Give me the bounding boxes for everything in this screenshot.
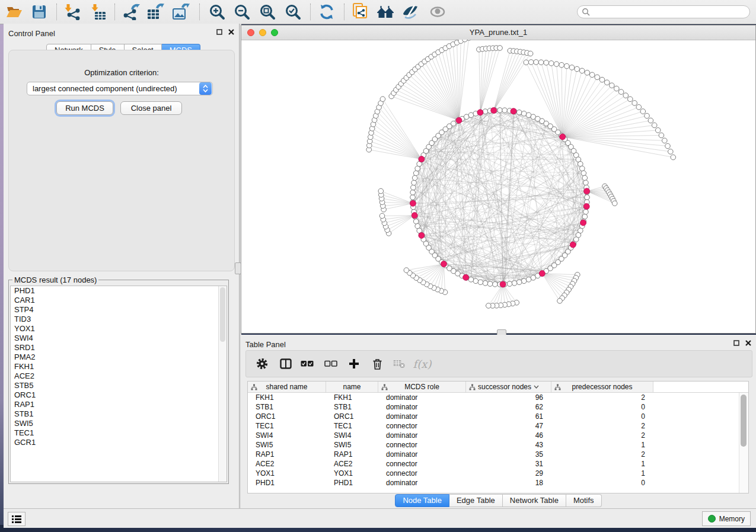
table-cell: PHD1 [248, 479, 326, 487]
table-cell: dominator [378, 431, 466, 440]
float-window-icon[interactable] [216, 29, 222, 35]
show-all-icon[interactable] [428, 2, 447, 21]
task-history-button[interactable] [8, 512, 25, 526]
mcds-result-item[interactable]: STP4 [11, 305, 227, 315]
hide-selected-icon[interactable] [401, 2, 420, 21]
delete-column-icon[interactable] [368, 355, 386, 372]
table-cell: YOX1 [326, 469, 378, 477]
close-panel-icon[interactable] [228, 29, 234, 35]
share-document-icon[interactable] [350, 2, 369, 21]
network-view-titlebar[interactable]: YPA_prune.txt_1 [241, 25, 755, 40]
control-panel-title: Control Panel [8, 29, 55, 38]
mcds-result-item[interactable]: ORC1 [11, 390, 227, 400]
table-cell: 35 [466, 450, 551, 459]
table-row[interactable]: RAP1RAP1dominator352 [248, 450, 748, 459]
column-header-shared-name[interactable]: shared name [248, 382, 326, 392]
mcds-result-item[interactable]: YOX1 [11, 324, 227, 334]
close-panel-button[interactable]: Close panel [120, 101, 182, 115]
table-cell: FKH1 [248, 393, 326, 402]
mcds-result-item[interactable]: SRD1 [11, 343, 227, 352]
table-cell: RAP1 [326, 450, 378, 459]
refresh-layout-icon[interactable] [317, 2, 336, 21]
column-view-icon[interactable] [277, 355, 295, 372]
toolbar-separator [114, 4, 115, 20]
column-header-name[interactable]: name [326, 382, 378, 392]
memory-button[interactable]: Memory [702, 511, 751, 526]
add-column-icon[interactable] [345, 355, 363, 372]
mcds-result-item[interactable]: CAR1 [11, 296, 227, 305]
tab-edge-table[interactable]: Edge Table [449, 494, 503, 507]
search-input[interactable] [590, 7, 741, 17]
mcds-result-item[interactable]: FKH1 [11, 362, 227, 371]
attribute-icon [251, 384, 257, 390]
zoom-in-icon[interactable] [208, 2, 227, 21]
table-row[interactable]: STB1STB1dominator620 [248, 402, 748, 412]
mcds-result-item[interactable]: SWI5 [11, 419, 227, 428]
column-header-predecessor-nodes[interactable]: predecessor nodes [551, 382, 653, 392]
table-row[interactable]: ORC1ORC1dominator610 [248, 412, 748, 421]
mcds-tab-panel: Optimization criterion: largest connecte… [8, 50, 235, 271]
mcds-result-item[interactable]: SWI4 [11, 334, 227, 343]
save-session-icon[interactable] [30, 2, 49, 21]
tab-network-table[interactable]: Network Table [503, 494, 566, 507]
mcds-result-item[interactable]: STB1 [11, 409, 227, 419]
export-table-icon[interactable] [146, 2, 165, 21]
optimization-criterion-select[interactable]: largest connected component (undirected) [27, 82, 213, 95]
float-window-icon[interactable] [733, 340, 739, 346]
table-cell: ACE2 [326, 460, 378, 468]
mcds-result-item[interactable]: TID3 [11, 315, 227, 324]
network-canvas[interactable] [241, 40, 755, 333]
delete-table-icon[interactable] [390, 355, 408, 372]
import-table-icon[interactable] [89, 2, 108, 21]
export-image-icon[interactable] [172, 2, 191, 21]
minimize-window-icon[interactable] [259, 29, 266, 36]
tab-motifs[interactable]: Motifs [566, 494, 602, 507]
zoom-window-icon[interactable] [271, 29, 278, 36]
table-row[interactable]: PHD1PHD1dominator180 [248, 478, 748, 488]
mcds-result-list[interactable]: PHD1CAR1STP4TID3YOX1SWI4SRD1PMA2FKH1ACE2… [10, 286, 227, 482]
table-row[interactable]: SWI4SWI4dominator462 [248, 431, 748, 440]
table-row[interactable]: SWI5SWI5connector431 [248, 440, 748, 450]
table-row[interactable]: TEC1TEC1connector472 [248, 421, 748, 431]
mcds-result-item[interactable]: PHD1 [11, 286, 227, 296]
run-mcds-button[interactable]: Run MCDS [56, 101, 113, 115]
zoom-selected-icon[interactable] [283, 2, 302, 21]
table-row[interactable]: FKH1FKH1dominator962 [248, 393, 748, 402]
table-cell: FKH1 [326, 393, 378, 402]
table-row[interactable]: ACE2ACE2connector311 [248, 459, 748, 469]
import-network-icon[interactable] [63, 2, 82, 21]
select-all-icon[interactable] [298, 355, 316, 372]
settings-gear-icon[interactable] [253, 355, 271, 372]
scrollbar-thumb[interactable] [741, 395, 747, 447]
home-icon[interactable] [376, 2, 395, 21]
mcds-result-item[interactable]: GCR1 [11, 438, 227, 447]
close-panel-icon[interactable] [745, 340, 751, 346]
table-tabs: Node Table Edge Table Network Table Moti… [241, 494, 756, 507]
table-cell: STB1 [326, 403, 378, 411]
zoom-fit-icon[interactable] [258, 2, 277, 21]
mcds-result-item[interactable]: STB5 [11, 381, 227, 390]
attribute-icon [554, 384, 561, 390]
mcds-result-item[interactable]: ACE2 [11, 371, 227, 381]
export-network-icon[interactable] [122, 2, 141, 21]
table-cell: 62 [466, 403, 551, 411]
deselect-all-icon[interactable] [322, 355, 340, 372]
column-header-mcds-role[interactable]: MCDS role [378, 382, 466, 392]
close-window-icon[interactable] [247, 29, 254, 36]
table-row[interactable]: YOX1YOX1connector291 [248, 469, 748, 478]
mcds-result-item[interactable]: PMA2 [11, 352, 227, 362]
mcds-result-item[interactable]: TEC1 [11, 428, 227, 438]
mcds-result-item[interactable]: RAP1 [11, 400, 227, 409]
tab-node-table[interactable]: Node Table [395, 494, 449, 507]
header-filler [653, 382, 748, 392]
mcds-list-scrollbar[interactable] [218, 286, 227, 482]
memory-status-icon [708, 515, 716, 523]
table-scrollbar[interactable] [739, 393, 748, 493]
open-file-icon[interactable] [5, 2, 24, 21]
table-cell: YOX1 [248, 469, 326, 477]
zoom-out-icon[interactable] [232, 2, 251, 21]
function-builder-icon[interactable]: f(x) [413, 355, 431, 372]
column-header-successor-nodes[interactable]: successor nodes [466, 382, 551, 392]
search-box[interactable] [577, 5, 750, 18]
status-bar: Memory [4, 508, 756, 528]
